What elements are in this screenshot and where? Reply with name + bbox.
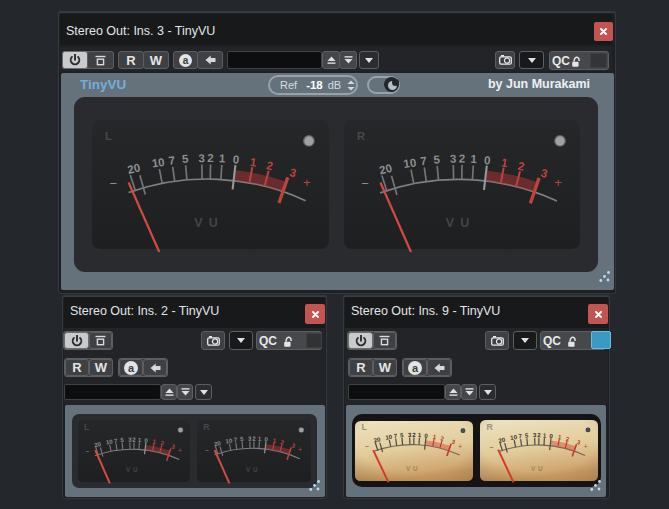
- svg-text:VU: VU: [531, 465, 546, 472]
- svg-text:1: 1: [470, 153, 478, 165]
- svg-text:L: L: [362, 422, 368, 432]
- svg-text:VU: VU: [126, 466, 141, 473]
- svg-text:−: −: [86, 448, 90, 455]
- svg-text:3: 3: [450, 153, 457, 165]
- svg-text:10: 10: [403, 156, 417, 170]
- svg-text:R: R: [203, 422, 210, 432]
- svg-text:R: R: [487, 422, 494, 432]
- svg-text:7: 7: [168, 154, 176, 167]
- svg-text:VU: VU: [406, 465, 421, 472]
- svg-text:0: 0: [484, 154, 491, 167]
- svg-text:+: +: [458, 443, 462, 450]
- svg-text:3: 3: [198, 152, 205, 164]
- svg-text:1: 1: [219, 152, 227, 164]
- svg-text:VU: VU: [446, 216, 475, 230]
- svg-text:10: 10: [151, 156, 165, 170]
- svg-text:0: 0: [232, 153, 239, 166]
- svg-text:2: 2: [207, 152, 214, 164]
- svg-text:VU: VU: [246, 466, 261, 473]
- svg-text:−: −: [361, 176, 369, 191]
- svg-text:+: +: [298, 446, 302, 453]
- svg-text:7: 7: [420, 155, 428, 168]
- svg-text:R: R: [357, 130, 365, 142]
- svg-text:2: 2: [459, 153, 466, 165]
- svg-text:VU: VU: [194, 216, 223, 230]
- svg-text:−: −: [365, 443, 369, 450]
- svg-text:L: L: [105, 130, 112, 142]
- svg-text:+: +: [303, 175, 311, 190]
- svg-text:−: −: [110, 176, 118, 191]
- svg-text:−: −: [205, 447, 209, 454]
- svg-text:+: +: [554, 175, 562, 190]
- svg-text:+: +: [178, 447, 182, 454]
- svg-text:+: +: [584, 443, 588, 450]
- svg-text:L: L: [84, 422, 90, 432]
- svg-text:−: −: [490, 444, 494, 451]
